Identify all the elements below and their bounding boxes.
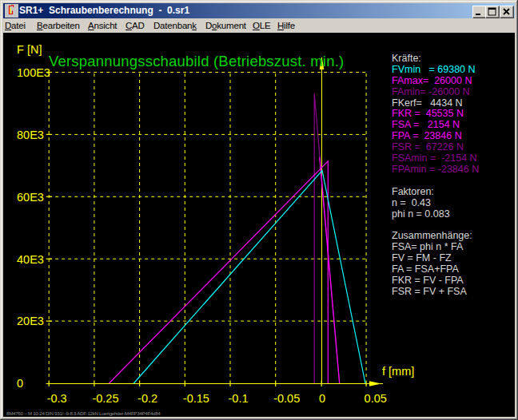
svg-text:80E3: 80E3: [17, 129, 44, 141]
svg-text:FKR = FV - FPA: FKR = FV - FPA: [392, 275, 464, 286]
svg-text:FSA = 2154 N: FSA = 2154 N: [392, 119, 460, 130]
svg-text:FPA = 23846 N: FPA = 23846 N: [392, 130, 462, 141]
svg-text:20E3: 20E3: [17, 315, 44, 327]
svg-text:FV = FM - FZ: FV = FM - FZ: [392, 252, 452, 263]
svg-text:FPAmin = -23846 N: FPAmin = -23846 N: [392, 164, 479, 175]
svg-text:FSR = FV + FSA: FSR = FV + FSA: [392, 286, 467, 297]
svg-text:-0.05: -0.05: [273, 392, 300, 405]
svg-text:Faktoren:: Faktoren:: [392, 186, 434, 197]
svg-text:f [mm]: f [mm]: [382, 365, 414, 378]
svg-text:FSA= phi n * FA: FSA= phi n * FA: [392, 241, 464, 252]
svg-text:8M4760 -- M 10-24 DIN 931/--9-: 8M4760 -- M 10-24 DIN 931/--9-8.3 ADF-12…: [6, 410, 161, 416]
svg-text:40E3: 40E3: [17, 253, 44, 266]
svg-text:60E3: 60E3: [17, 191, 44, 204]
svg-text:-0.25: -0.25: [92, 392, 118, 405]
svg-text:F [N]: F [N]: [17, 43, 42, 56]
svg-text:FKR = 45535 N: FKR = 45535 N: [392, 108, 464, 119]
svg-text:FSAmin = -2154 N: FSAmin = -2154 N: [392, 153, 477, 164]
svg-text:FVmin = 69380 N: FVmin = 69380 N: [392, 64, 476, 75]
svg-text:-0.1: -0.1: [229, 392, 249, 405]
svg-text:FA = FSA+FPA: FA = FSA+FPA: [392, 263, 459, 275]
svg-text:0: 0: [319, 392, 325, 405]
svg-text:n = 0.43: n = 0.43: [392, 197, 431, 208]
svg-text:0: 0: [17, 377, 23, 390]
svg-text:100E3: 100E3: [17, 66, 50, 79]
svg-text:-0.15: -0.15: [183, 392, 209, 405]
svg-text:-0.2: -0.2: [137, 392, 157, 405]
svg-text:phi n = 0.083: phi n = 0.083: [392, 208, 450, 220]
svg-text:FAmax= 26000 N: FAmax= 26000 N: [392, 75, 472, 86]
svg-text:FKerf= 4434 N: FKerf= 4434 N: [392, 97, 463, 109]
svg-text:Verspannungsschaubild (Betrieb: Verspannungsschaubild (Betriebszust. min…: [49, 53, 344, 69]
svg-text:0.05: 0.05: [365, 392, 387, 405]
svg-text:-0.3: -0.3: [47, 392, 67, 405]
svg-text:FAmin= -26000 N: FAmin= -26000 N: [392, 86, 470, 97]
svg-text:FSR = 67226 N: FSR = 67226 N: [392, 141, 464, 153]
svg-text:Kräfte:: Kräfte:: [392, 53, 421, 64]
svg-text:Zusammenhänge:: Zusammenhänge:: [392, 230, 472, 241]
